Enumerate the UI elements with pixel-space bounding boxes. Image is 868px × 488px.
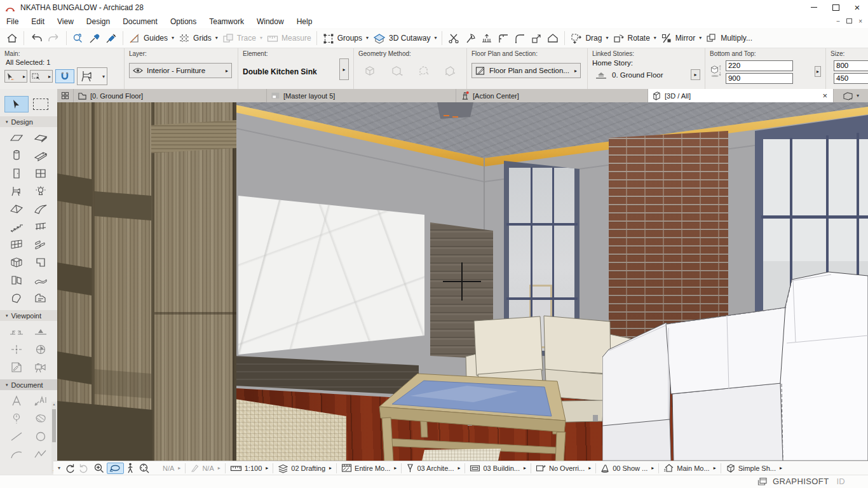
toolbox-mesh-box-tool[interactable] [4,254,29,271]
shadow-combo[interactable]: Simple Sh...▸ [724,463,784,473]
toolbox-slab-tool[interactable] [29,130,53,146]
menu-options[interactable]: Options [164,16,203,27]
intersect-button[interactable] [495,31,512,45]
menu-edit[interactable]: Edit [25,16,51,27]
scrollbar-thumb[interactable] [52,409,56,442]
toolbox-marquee-tool[interactable] [29,96,53,112]
toolbox-design-header[interactable]: ▾Design [0,116,57,127]
orbit-button[interactable] [107,463,124,474]
layer-combination-combo[interactable]: 02 Drafting▸ [276,463,334,473]
doc-minimize-button[interactable]: − [833,18,843,25]
menu-window[interactable]: Window [250,16,290,27]
toolbox-drawing-tool[interactable] [4,410,29,427]
toolbox-circle-tool[interactable] [29,428,53,445]
close-button[interactable]: × [846,1,868,14]
arrow-tool-flyout-button[interactable]: ▸ [4,70,27,83]
object-settings-button[interactable]: ▾ [77,67,107,85]
toolbox-beam-tool[interactable] [29,147,53,164]
toolbox-elevation-tool[interactable] [29,323,53,340]
grids-button[interactable]: Grids▾ [176,31,220,45]
toolbox-document-header[interactable]: ▾Document [0,379,57,390]
view-back-button[interactable] [62,463,77,473]
toolbox-morph-tool[interactable] [4,290,29,306]
toolbox-door-tool[interactable] [4,165,29,182]
menu-teamwork[interactable]: Teamwork [203,16,250,27]
toolbox-fill-tool[interactable] [29,410,53,427]
pen-set-combo[interactable]: 03 Archite...▸ [404,463,462,473]
toolbox-window-tool[interactable] [29,165,53,182]
toolbox-text-tool[interactable] [4,393,29,409]
toolbox-wall-tool[interactable] [4,130,29,146]
adjust-button[interactable] [462,31,478,45]
home-story-flyout-button[interactable]: ▸ [691,69,700,80]
toolbox-section-tool[interactable] [4,323,29,340]
structure-display-combo[interactable]: Main Mo...▸ [661,463,717,473]
toolbox-curtain-wall-tool[interactable] [4,236,29,253]
element-flyout-button[interactable]: ▸ [339,58,349,80]
tab-action-center[interactable]: [Action Center] [456,89,648,102]
tab-3d-all[interactable]: [3D / All] × [648,89,834,102]
groups-button[interactable]: Groups▾ [320,31,370,45]
layer-selector-button[interactable]: Interior - Furniture ▸ [129,63,232,78]
toolbox-mesh-tool[interactable] [29,272,53,288]
model-view-combo[interactable]: Entire Mo...▸ [339,463,398,473]
measure-button[interactable]: Measure [264,31,313,45]
toolbox-interior-elevation-tool[interactable] [4,341,29,358]
walk-mode-button[interactable] [124,463,137,473]
toolbox-camera-tool[interactable] [29,359,53,376]
trim-button[interactable] [478,31,495,45]
dimensions-combo[interactable]: 03 Buildin...▸ [468,464,528,473]
home-button[interactable] [4,31,20,45]
toolbox-railing-tool[interactable] [29,219,53,235]
3d-viewport[interactable] [57,102,868,461]
toolbox-corner-panel-tool[interactable] [29,254,53,271]
inject-parameters-button[interactable] [103,31,119,45]
mirror-button[interactable]: Mirror▾ [658,31,703,45]
scroll-up-button[interactable]: ▴ [51,402,57,407]
trace-button[interactable]: Trace▾ [220,31,264,45]
toolbox-shell-tool[interactable] [29,201,53,217]
pickup-parameters-button[interactable] [86,31,103,45]
toolbox-polyline-tool[interactable] [29,446,53,463]
bottom-elevation-input[interactable] [726,73,793,84]
size-height-input[interactable] [834,73,868,84]
menu-view[interactable]: View [51,16,80,27]
toolbox-worksheet-tool[interactable] [4,359,29,376]
rotate-button[interactable]: Rotate▾ [610,31,658,45]
redo-button[interactable] [45,31,63,45]
menu-design[interactable]: Design [80,16,116,27]
toolbox-label-tool[interactable] [29,393,53,409]
revision-combo[interactable]: 00 Show ...▸ [599,463,656,473]
toolbox-stair-tool[interactable] [4,219,29,235]
toolbox-arrow-tool[interactable] [4,96,29,112]
doc-close-button[interactable]: × [855,18,865,25]
menu-help[interactable]: Help [290,16,319,27]
menu-document[interactable]: Document [116,16,164,27]
scale-combo[interactable]: 1:100▸ [228,464,271,473]
tab-overview-button[interactable] [57,89,74,102]
tab-close-button[interactable]: × [820,91,829,100]
toolbox-zone-tool[interactable] [29,290,53,306]
maximize-button[interactable] [825,1,846,14]
undo-button[interactable] [27,31,45,45]
minimize-button[interactable] [803,1,825,14]
adjust-to-slabs-button[interactable] [545,31,561,45]
tab-ground-floor[interactable]: [0. Ground Floor] [74,89,267,102]
doc-restore-button[interactable] [843,18,855,25]
toolbox-roof-tool[interactable] [4,201,29,217]
guides-button[interactable]: Guides▾ [126,31,176,45]
layout-book-combo[interactable]: N/A▸ [188,463,222,473]
magnet-toggle-button[interactable] [55,69,74,83]
resize-button[interactable] [528,31,545,45]
quickbar-collapse-button[interactable]: ▾ [56,465,62,471]
menu-file[interactable]: File [0,16,25,27]
size-width-input[interactable] [834,60,868,71]
find-select-button[interactable] [70,31,86,45]
renovation-filter-combo[interactable]: N/A▸ [161,464,182,472]
floorplan-settings-button[interactable]: Floor Plan and Section... ▸ [471,63,581,78]
view-forward-button[interactable] [77,463,92,473]
drag-button[interactable]: Drag▾ [568,31,610,45]
graphic-override-combo[interactable]: No Overri...▸ [534,463,593,473]
top-offset-input[interactable] [726,60,793,71]
fillet-button[interactable] [512,31,528,45]
